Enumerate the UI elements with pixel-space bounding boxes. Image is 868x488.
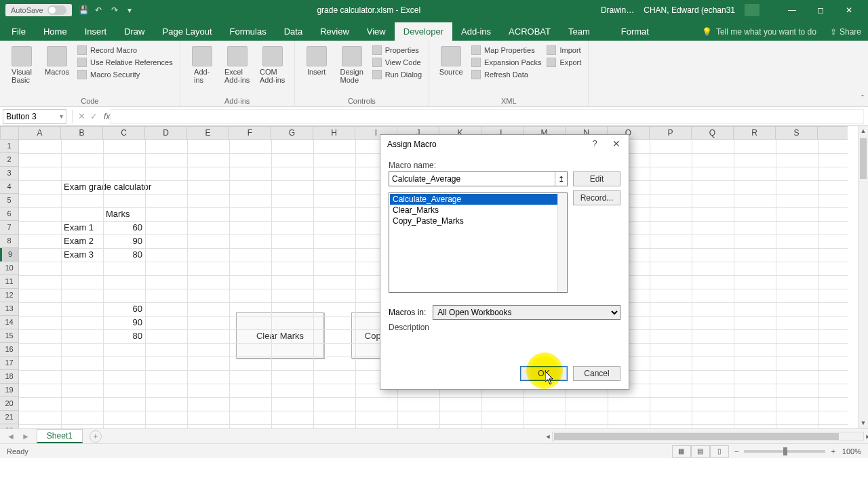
maximize-button[interactable]: ◻	[807, 2, 834, 18]
zoom-in-button[interactable]: +	[831, 447, 835, 455]
cell-c6-header[interactable]: Marks	[103, 207, 145, 221]
tab-draw[interactable]: Draw	[115, 22, 153, 41]
vertical-scrollbar[interactable]: ▲ ▼	[858, 126, 868, 428]
redo-icon[interactable]: ↷	[111, 5, 121, 15]
row-header-4[interactable]: 4	[0, 180, 18, 194]
macro-item-2[interactable]: Copy_Paste_Marks	[390, 216, 566, 226]
scroll-right-icon[interactable]: ►	[863, 432, 868, 441]
tab-review[interactable]: Review	[311, 22, 358, 41]
cancel-button[interactable]: Cancel	[573, 366, 620, 381]
use-relative-references-button[interactable]: Use Relative References	[76, 57, 174, 68]
sheet-nav-next-icon[interactable]: ►	[22, 432, 30, 441]
macro-item-1[interactable]: Clear_Marks	[390, 205, 566, 216]
row-header-9[interactable]: 9	[0, 248, 18, 262]
macro-name-input[interactable]	[389, 172, 555, 186]
tab-home[interactable]: Home	[35, 22, 76, 41]
cell-c14[interactable]: 90	[103, 316, 145, 329]
row-header-12[interactable]: 12	[0, 289, 18, 302]
column-header-b[interactable]: B	[61, 127, 103, 139]
source-button[interactable]: Source	[435, 43, 467, 76]
row-header-20[interactable]: 20	[0, 397, 18, 411]
scroll-down-icon[interactable]: ▼	[859, 418, 868, 428]
com-addins-button[interactable]: COM Add-ins	[256, 43, 289, 84]
name-box[interactable]: Button 3 ▾	[3, 109, 66, 124]
column-header-g[interactable]: G	[271, 127, 313, 139]
column-header-f[interactable]: F	[229, 127, 271, 139]
row-header-22[interactable]: 22	[0, 424, 18, 428]
list-scrollbar[interactable]	[557, 193, 567, 292]
macros-button[interactable]: Macros	[41, 43, 73, 76]
macro-list[interactable]: Calculate_Average Clear_Marks Copy_Paste…	[389, 192, 568, 293]
undo-icon[interactable]: ↶	[95, 5, 104, 15]
tab-team[interactable]: Team	[559, 22, 599, 41]
close-window-button[interactable]: ✕	[835, 2, 863, 18]
row-header-7[interactable]: 7	[0, 221, 18, 235]
row-header-8[interactable]: 8	[0, 235, 18, 248]
row-header-10[interactable]: 10	[0, 262, 18, 275]
save-icon[interactable]: 💾	[79, 5, 88, 15]
formula-input[interactable]	[110, 109, 864, 124]
minimize-button[interactable]: —	[778, 2, 806, 18]
row-header-17[interactable]: 17	[0, 357, 18, 370]
visual-basic-button[interactable]: Visual Basic	[5, 43, 38, 84]
tab-data[interactable]: Data	[275, 22, 311, 41]
zoom-level[interactable]: 100%	[842, 447, 861, 455]
cell-b7[interactable]: Exam 1	[61, 221, 103, 235]
view-code-button[interactable]: View Code	[371, 57, 423, 68]
record-button[interactable]: Record...	[573, 190, 620, 205]
cell-c7[interactable]: 60	[103, 221, 145, 235]
row-header-6[interactable]: 6	[0, 207, 18, 221]
sheet-tab-sheet1[interactable]: Sheet1	[37, 429, 83, 443]
excel-addins-button[interactable]: Excel Add-ins	[221, 43, 254, 84]
insert-control-button[interactable]: Insert	[300, 43, 333, 76]
row-header-1[interactable]: 1	[0, 140, 18, 153]
tab-page-layout[interactable]: Page Layout	[154, 22, 221, 41]
tab-insert[interactable]: Insert	[76, 22, 116, 41]
share-button[interactable]: ⇪ Share	[823, 23, 868, 41]
macro-security-button[interactable]: Macro Security	[76, 69, 174, 80]
scroll-left-icon[interactable]: ◄	[543, 432, 553, 441]
record-macro-button[interactable]: Record Macro	[76, 45, 174, 56]
select-all-button[interactable]	[0, 126, 19, 140]
name-box-dropdown-icon[interactable]: ▾	[60, 113, 63, 120]
collapse-ribbon-button[interactable]: ˆ	[861, 94, 864, 104]
map-properties-button[interactable]: Map Properties	[470, 45, 542, 56]
row-header-18[interactable]: 18	[0, 370, 18, 384]
view-normal-button[interactable]: ▦	[672, 445, 691, 458]
cell-c13[interactable]: 60	[103, 302, 145, 316]
cell-b8[interactable]: Exam 2	[61, 235, 103, 248]
macro-item-0[interactable]: Calculate_Average	[390, 194, 566, 205]
cell-c8[interactable]: 90	[103, 235, 145, 248]
add-sheet-button[interactable]: +	[90, 430, 102, 443]
row-header-13[interactable]: 13	[0, 302, 18, 316]
column-header-d[interactable]: D	[145, 127, 187, 139]
autosave-toggle[interactable]: AutoSave	[5, 4, 72, 16]
column-header-a[interactable]: A	[19, 127, 61, 139]
cell-b4-title[interactable]: Exam grade calculator	[61, 180, 197, 194]
export-button[interactable]: Export	[545, 57, 583, 68]
view-page-break-button[interactable]: ▯	[710, 445, 729, 458]
scrollbar-thumb[interactable]	[860, 138, 867, 179]
edit-button[interactable]: Edit	[573, 171, 620, 186]
qat-customize-icon[interactable]: ▾	[127, 5, 137, 15]
dialog-help-button[interactable]: ?	[587, 136, 603, 151]
macro-name-ref-button[interactable]: ↥	[555, 172, 567, 186]
tab-add-ins[interactable]: Add-ins	[452, 22, 500, 41]
zoom-out-button[interactable]: −	[734, 447, 738, 455]
row-header-21[interactable]: 21	[0, 411, 18, 424]
cell-b9[interactable]: Exam 3	[61, 248, 103, 262]
tab-formulas[interactable]: Formulas	[221, 22, 275, 41]
cancel-formula-icon[interactable]: ✕	[75, 111, 87, 121]
sheet-nav-prev-icon[interactable]: ◄	[7, 432, 15, 441]
tab-developer[interactable]: Developer	[395, 22, 452, 41]
column-header-e[interactable]: E	[187, 127, 229, 139]
row-header-16[interactable]: 16	[0, 343, 18, 357]
run-dialog-button[interactable]: Run Dialog	[371, 69, 423, 80]
enter-formula-icon[interactable]: ✓	[87, 111, 100, 121]
macros-in-select[interactable]: All Open Workbooks	[433, 305, 620, 320]
row-header-3[interactable]: 3	[0, 167, 18, 180]
row-header-15[interactable]: 15	[0, 329, 18, 343]
column-header-p[interactable]: P	[650, 127, 692, 139]
design-mode-button[interactable]: Design Mode	[336, 43, 368, 84]
import-button[interactable]: Import	[545, 45, 583, 56]
